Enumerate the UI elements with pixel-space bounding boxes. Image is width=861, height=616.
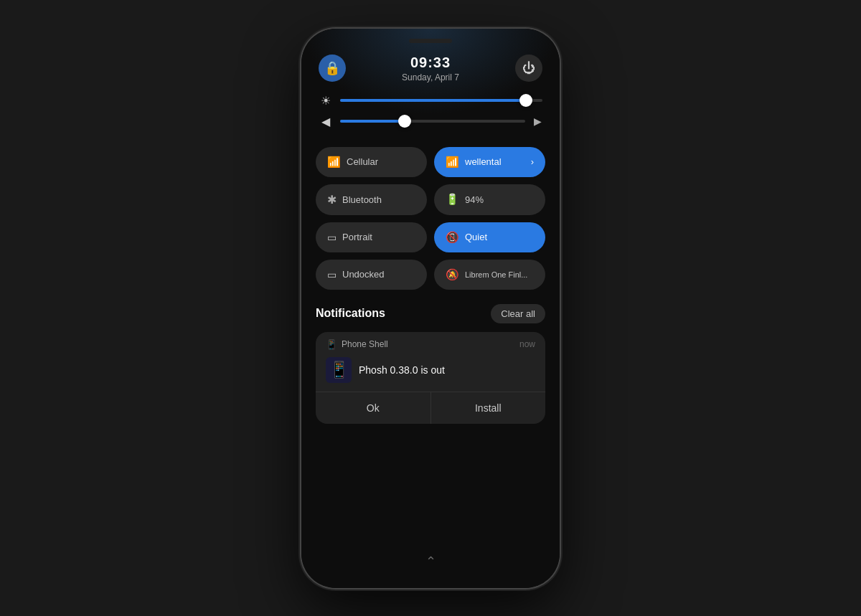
undocked-tile[interactable]: ▭ Undocked (316, 260, 427, 290)
notification-thumbnail: 📱 (326, 357, 352, 383)
volume-slider-row: ◀ ▶ (319, 115, 542, 128)
quiet-label: Quiet (465, 232, 534, 242)
volume-fill (340, 120, 405, 123)
notification-body: 📱 Phosh 0.38.0 is out (316, 354, 545, 392)
quick-tiles-grid: 📶 Cellular 📶 wellental › ✱ Bluetooth 🔋 (301, 144, 560, 293)
phone-screen: 🔒 09:33 Sunday, April 7 ⏻ ☀ (301, 29, 560, 588)
cellular-label: Cellular (347, 156, 415, 167)
brightness-track[interactable] (340, 99, 542, 102)
wifi-tile[interactable]: 📶 wellental › (434, 147, 545, 177)
battery-icon: 🔋 (446, 193, 459, 206)
bluetooth-label: Bluetooth (342, 194, 415, 205)
portrait-icon: ▭ (327, 232, 337, 243)
volume-thumb[interactable] (398, 115, 411, 128)
notification-app-name: Phone Shell (342, 339, 388, 349)
battery-tile[interactable]: 🔋 94% (434, 184, 545, 215)
cellular-tile[interactable]: 📶 Cellular (316, 147, 427, 177)
brightness-fill (340, 99, 526, 102)
battery-label: 94% (465, 194, 534, 205)
lock-button[interactable]: 🔒 (319, 55, 346, 82)
undocked-icon: ▭ (327, 269, 337, 280)
bluetooth-icon: ✱ (327, 193, 337, 207)
power-icon: ⏻ (522, 61, 535, 76)
clear-all-button[interactable]: Clear all (491, 304, 545, 323)
notifications-area: Notifications Clear all 📱 Phone Shell no… (301, 293, 560, 546)
home-bar-area: ⌃ (301, 546, 560, 588)
volume-back-icon: ◀ (319, 115, 333, 128)
notifications-header: Notifications Clear all (316, 304, 545, 323)
clock-area: 09:33 Sunday, April 7 (402, 55, 459, 82)
time-display: 09:33 (402, 55, 459, 71)
notification-install-button[interactable]: Install (430, 392, 546, 424)
screen-content: 🔒 09:33 Sunday, April 7 ⏻ ☀ (301, 29, 560, 588)
notifications-title: Notifications (316, 307, 385, 320)
portrait-label: Portrait (342, 232, 415, 242)
librem-icon: 🔕 (446, 268, 459, 281)
wifi-arrow-icon: › (531, 156, 534, 167)
status-bar: 🔒 09:33 Sunday, April 7 ⏻ (301, 29, 560, 91)
notification-time: now (519, 339, 535, 349)
notification-app-area: 📱 Phone Shell (326, 339, 388, 350)
brightness-icon: ☀ (319, 94, 333, 108)
portrait-tile[interactable]: ▭ Portrait (316, 222, 427, 252)
notification-ok-button[interactable]: Ok (316, 392, 430, 424)
date-display: Sunday, April 7 (402, 72, 459, 82)
home-chevron-icon[interactable]: ⌃ (425, 554, 436, 569)
notification-app-icon: 📱 (326, 339, 337, 350)
volume-forward-icon: ▶ (532, 115, 542, 127)
undocked-label: Undocked (342, 269, 415, 280)
wifi-label: wellental (465, 156, 525, 167)
librem-tile[interactable]: 🔕 Librem One Finl... (434, 260, 545, 290)
notification-actions: Ok Install (316, 392, 545, 424)
quiet-tile[interactable]: 📵 Quiet (434, 222, 545, 252)
notification-card-header: 📱 Phone Shell now (316, 332, 545, 354)
lock-icon: 🔒 (324, 60, 340, 76)
notification-card: 📱 Phone Shell now 📱 Phosh 0.38.0 is out … (316, 332, 545, 424)
librem-label: Librem One Finl... (465, 270, 534, 279)
bluetooth-tile[interactable]: ✱ Bluetooth (316, 184, 427, 215)
phone-device: 🔒 09:33 Sunday, April 7 ⏻ ☀ (301, 29, 560, 588)
power-button[interactable]: ⏻ (515, 55, 542, 82)
sliders-area: ☀ ◀ ▶ (301, 91, 560, 144)
cellular-icon: 📶 (327, 156, 341, 169)
brightness-thumb[interactable] (519, 94, 532, 107)
volume-track[interactable] (340, 120, 525, 123)
brightness-slider-row: ☀ (319, 94, 542, 108)
notification-message: Phosh 0.38.0 is out (359, 364, 445, 376)
wifi-icon: 📶 (446, 156, 459, 169)
quiet-icon: 📵 (446, 231, 459, 244)
